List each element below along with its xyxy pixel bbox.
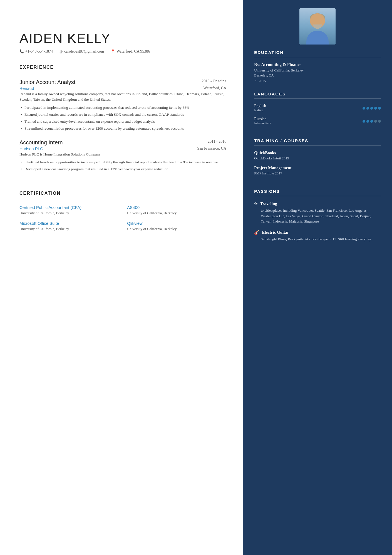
lang-english-dots: [363, 107, 381, 110]
photo-body: [306, 31, 329, 45]
job-dates-2: 2011 - 2016: [208, 139, 226, 144]
training-section: TRAINING / COURSES QuickBooks QuickBooks…: [254, 138, 381, 181]
training-item-1: QuickBooks QuickBooks Intuit 2019: [254, 151, 381, 161]
dot-ru-1: [363, 120, 365, 123]
job-dates-1: 2016 - Ongoing: [202, 79, 227, 83]
job-desc-2: Hudson PLC is Home Integration Solutions…: [19, 152, 226, 157]
passion-header-1: ✈ Traveling: [254, 201, 381, 206]
languages-divider: [254, 98, 381, 99]
passion-title-1: Traveling: [260, 201, 277, 206]
bullet-1-2: Ensured journal entries and records are …: [19, 112, 226, 117]
training-title: TRAINING / COURSES: [254, 138, 381, 143]
dot-en-4: [374, 107, 377, 110]
passion-item-2: 🎸 Electric Guitar Self-taught Blues, Roc…: [254, 230, 381, 242]
cert-name-4: Qlikview: [127, 221, 226, 226]
photo-placeholder: [299, 8, 336, 45]
training-org-1: QuickBooks Intuit 2019: [254, 156, 381, 161]
photo-beard: [313, 24, 322, 29]
passion-desc-1: to cities/places including Vancouver, Se…: [254, 208, 381, 224]
guitar-icon: 🎸: [254, 230, 260, 235]
languages-title: LANGUAGES: [254, 92, 381, 96]
location-icon: 📍: [111, 49, 115, 54]
certification-section: CERTIFICATION Certified Public Accountan…: [19, 191, 226, 231]
email-contact: @ carolebest87@gmail.com: [59, 49, 104, 54]
job-header-2: Accounting Intern 2011 - 2016: [19, 139, 226, 146]
passions-title: PASSIONS: [254, 189, 381, 194]
passions-section: PASSIONS ✈ Traveling to cities/places in…: [254, 189, 381, 247]
cert-org-1: University of California, Berkeley: [19, 211, 119, 215]
edu-year: 2015: [254, 79, 381, 83]
cert-item-4: Qlikview University of California, Berke…: [127, 221, 226, 231]
lang-english-level: Native: [254, 108, 266, 112]
edu-location: Berkeley, CA: [254, 73, 381, 78]
training-org-2: PMP Institute 2017: [254, 171, 381, 176]
training-divider: [254, 145, 381, 145]
phone-contact: 📞 +1-548-554-1874: [19, 49, 53, 54]
dot-en-5: [378, 107, 381, 110]
cert-item-1: Certified Public Accountant (CPA) Univer…: [19, 205, 119, 215]
cert-item-2: AS400 University of California, Berkeley: [127, 205, 226, 215]
passion-desc-2: Self-taught Blues, Rock guitarist since …: [254, 236, 381, 242]
job-block-2: Accounting Intern 2011 - 2016 Hudson PLC…: [19, 139, 226, 172]
job-bullets-2: Identified trends and opportunities to i…: [19, 159, 226, 172]
applicant-name: AIDEN KELLY: [19, 31, 226, 46]
job-subheader-2: Hudson PLC San Fransisco, CA: [19, 146, 226, 152]
experience-title: EXPERIENCE: [19, 65, 226, 70]
dot-ru-5: [378, 120, 381, 123]
certification-title: CERTIFICATION: [19, 191, 226, 196]
cert-item-3: Microsoft Office Suite University of Cal…: [19, 221, 119, 231]
edu-school: University of California, Berkeley: [254, 68, 381, 73]
job-header-1: Junior Account Analyst 2016 - Ongoing: [19, 79, 226, 85]
photo-container: [254, 0, 381, 50]
bullet-1-3: Trained and supervised entry-level accou…: [19, 119, 226, 124]
job-desc-1: Renaud is a family-owned recycling solut…: [19, 91, 226, 103]
applicant-photo: [299, 8, 336, 45]
bullet-1-1: Participated in implementing automated a…: [19, 105, 226, 110]
job-location-2: San Fransisco, CA: [197, 146, 227, 152]
dot-en-3: [370, 107, 373, 110]
phone-icon: 📞: [19, 49, 24, 54]
bullet-2-1: Identified trends and opportunities to i…: [19, 159, 226, 165]
cert-org-4: University of California, Berkeley: [127, 227, 226, 231]
dot-ru-4: [374, 120, 377, 123]
dot-ru-2: [366, 120, 369, 123]
cert-name-1: Certified Public Accountant (CPA): [19, 205, 119, 210]
training-name-1: QuickBooks: [254, 151, 381, 155]
job-company-2: Hudson PLC: [19, 146, 43, 151]
dot-en-1: [363, 107, 365, 110]
education-section: EDUCATION Bsc Accounting & Finance Unive…: [254, 50, 381, 83]
job-title-1: Junior Account Analyst: [19, 79, 75, 85]
dot-en-2: [366, 107, 369, 110]
passion-item-1: ✈ Traveling to cities/places including V…: [254, 201, 381, 224]
job-block-1: Junior Account Analyst 2016 - Ongoing Re…: [19, 79, 226, 132]
training-name-2: Project Management: [254, 166, 381, 170]
passions-divider: [254, 196, 381, 196]
cert-org-3: University of California, Berkeley: [19, 227, 119, 231]
right-column: EDUCATION Bsc Accounting & Finance Unive…: [243, 0, 392, 555]
experience-section: EXPERIENCE Junior Account Analyst 2016 -…: [19, 65, 226, 180]
experience-divider: [19, 72, 226, 72]
contact-info: 📞 +1-548-554-1874 @ carolebest87@gmail.c…: [19, 49, 226, 54]
training-item-2: Project Management PMP Institute 2017: [254, 166, 381, 176]
lang-russian-dots: [363, 120, 381, 123]
lang-english-name: English: [254, 104, 266, 108]
job-subheader-1: Renaud Waterford, CA: [19, 86, 226, 91]
job-bullets-1: Participated in implementing automated a…: [19, 105, 226, 132]
traveling-icon: ✈: [254, 201, 258, 206]
cert-grid: Certified Public Accountant (CPA) Univer…: [19, 205, 226, 231]
job-title-2: Accounting Intern: [19, 139, 63, 146]
lang-russian-name: Russian: [254, 117, 271, 121]
education-divider: [254, 57, 381, 57]
email-icon: @: [59, 49, 63, 54]
education-title: EDUCATION: [254, 50, 381, 55]
cert-name-3: Microsoft Office Suite: [19, 221, 119, 226]
lang-russian-level: Intermediate: [254, 121, 271, 125]
lang-english-info: English Native: [254, 104, 266, 112]
location-contact: 📍 Waterford, CA 95386: [111, 49, 150, 54]
lang-item-english: English Native: [254, 104, 381, 112]
dot-ru-3: [370, 120, 373, 123]
cert-name-2: AS400: [127, 205, 226, 210]
job-company-1: Renaud: [19, 86, 34, 91]
bullet-1-4: Streamlined reconciliation procedures fo…: [19, 126, 226, 131]
cert-org-2: University of California, Berkeley: [127, 211, 226, 215]
